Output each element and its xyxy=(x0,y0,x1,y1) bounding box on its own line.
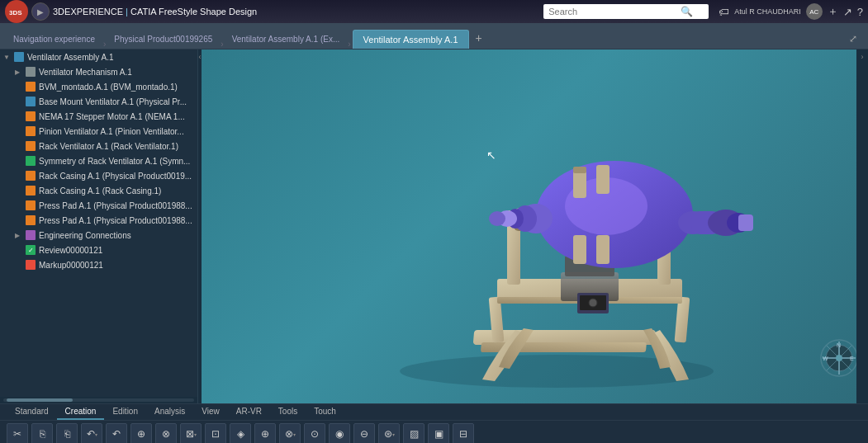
tree-item-12[interactable]: ▶Engineering Connections xyxy=(0,228,197,243)
avatar: AC xyxy=(806,3,823,20)
tree-icon-6 xyxy=(25,140,36,152)
tool-icon-1[interactable]: ⎘ xyxy=(31,423,53,443)
main-area: ▼Ventilator Assembly A.1▶Ventilator Mech… xyxy=(0,49,868,403)
tree-label-9: Rack Casing A.1 (Rack Casing.1) xyxy=(39,186,161,196)
tree-item-14[interactable]: Markup00000121 xyxy=(0,257,197,272)
toolbar-tab-view[interactable]: View xyxy=(193,404,228,420)
expand-icon-1[interactable]: ▶ xyxy=(15,68,21,76)
tree-icon-1 xyxy=(25,66,36,78)
play-button[interactable]: ▶ xyxy=(31,2,50,21)
tree-label-3: Base Mount Ventilator A.1 (Physical Pr..… xyxy=(39,97,187,106)
tree-label-4: NEMA 17 Stepper Motor A.1 (NEMA 1... xyxy=(39,112,185,121)
tree-item-10[interactable]: Press Pad A.1 (Physical Product001988... xyxy=(0,198,197,213)
expand-icon-0[interactable]: ▼ xyxy=(3,54,10,61)
svg-text:3DS: 3DS xyxy=(9,9,22,16)
tool-icon-17[interactable]: ▣ xyxy=(428,423,449,443)
toolbar-tab-analysis[interactable]: Analysis xyxy=(146,404,193,420)
svg-point-32 xyxy=(589,299,597,307)
tree-item-5[interactable]: Pinion Ventilator A.1 (Pinion Ventilator… xyxy=(0,124,197,139)
svg-rect-26 xyxy=(573,235,586,264)
tree-label-10: Press Pad A.1 (Physical Product001988... xyxy=(39,201,192,210)
tool-icon-5[interactable]: ⊕ xyxy=(130,423,152,443)
expand-icon-12[interactable]: ▶ xyxy=(15,232,21,239)
svg-rect-19 xyxy=(738,214,753,231)
tree-item-11[interactable]: Press Pad A.1 (Physical Product001988... xyxy=(0,213,197,228)
tree-label-6: Rack Ventilator A.1 (Rack Ventilator.1) xyxy=(39,142,178,151)
tree-label-0: Ventilator Assembly A.1 xyxy=(27,53,114,62)
svg-rect-25 xyxy=(573,169,586,198)
toolbar-tab-touch[interactable]: Touch xyxy=(306,404,344,420)
tool-icon-6[interactable]: ⊗ xyxy=(155,423,177,443)
left-scrollbar[interactable] xyxy=(0,397,197,403)
tree-container: ▼Ventilator Assembly A.1▶Ventilator Mech… xyxy=(0,49,197,272)
scrollbar-thumb[interactable] xyxy=(7,398,73,402)
tree-label-8: Rack Casing A.1 (Physical Product0019... xyxy=(39,172,192,181)
tree-item-13[interactable]: ✓Review00000121 xyxy=(0,243,197,257)
tool-icon-0[interactable]: ✂ xyxy=(7,423,28,443)
tree-item-3[interactable]: Base Mount Ventilator A.1 (Physical Pr..… xyxy=(0,94,197,109)
3ds-logo: 3DS xyxy=(5,0,28,23)
tree-icon-12 xyxy=(25,229,36,241)
tool-icon-15[interactable]: ⊛▾ xyxy=(378,423,400,443)
tree-item-2[interactable]: BVM_montado.A.1 (BVM_montado.1) xyxy=(0,79,197,94)
tool-icon-10[interactable]: ⊕ xyxy=(254,423,276,443)
tool-icon-16[interactable]: ▨ xyxy=(403,423,425,443)
tree-label-12: Engineering Connections xyxy=(39,231,131,240)
tree-item-6[interactable]: Rack Ventilator A.1 (Rack Ventilator.1) xyxy=(0,139,197,153)
tree-label-14: Markup00000121 xyxy=(39,261,103,270)
app-title: 3DEXPERIENCE | CATIA FreeStyle Shape Des… xyxy=(53,7,257,16)
tree-item-1[interactable]: ▶Ventilator Mechanism A.1 xyxy=(0,64,197,79)
tool-icon-7[interactable]: ⊠▾ xyxy=(180,423,202,443)
tree-item-7[interactable]: Symmetry of Rack Ventilator A.1 (Symn... xyxy=(0,153,197,168)
tool-icon-13[interactable]: ◉ xyxy=(329,423,350,443)
tool-icon-11[interactable]: ⊗▾ xyxy=(279,423,301,443)
help-icon[interactable]: ? xyxy=(857,6,863,18)
search-input[interactable] xyxy=(548,7,681,16)
toolbar-tab-standard[interactable]: Standard xyxy=(7,404,57,420)
tool-icon-8[interactable]: ⊡ xyxy=(205,423,226,443)
svg-rect-29 xyxy=(596,235,609,264)
tag-icon[interactable]: 🏷 xyxy=(719,6,729,18)
tool-icon-4[interactable]: ↶ xyxy=(106,423,127,443)
tab-ventilator-assembly[interactable]: Ventilator Assembly A.1 xyxy=(353,30,469,49)
toolbar-tab-tools[interactable]: Tools xyxy=(270,404,306,420)
nav-link-navigation[interactable]: Navigation experience xyxy=(7,30,102,49)
tool-icon-9[interactable]: ◈ xyxy=(230,423,251,443)
svg-point-24 xyxy=(489,211,505,226)
topbar: 3DS ▶ 3DEXPERIENCE | CATIA FreeStyle Sha… xyxy=(0,0,868,23)
toolbar-tab-creation[interactable]: Creation xyxy=(57,404,105,420)
tree-icon-11 xyxy=(25,214,36,226)
tree-label-7: Symmetry of Rack Ventilator A.1 (Symn... xyxy=(39,157,190,166)
tree-item-0[interactable]: ▼Ventilator Assembly A.1 xyxy=(0,49,197,64)
tree-label-1: Ventilator Mechanism A.1 xyxy=(39,68,132,77)
toolbar-icons-row: ✂⎘⎗↶▾↶⊕⊗⊠▾⊡◈⊕⊗▾⊙◉⊖⊛▾▨▣⊟ xyxy=(0,421,868,443)
svg-point-39 xyxy=(836,355,842,361)
toolbar-tab-edition[interactable]: Edition xyxy=(104,404,146,420)
tree-icon-5 xyxy=(25,125,36,137)
add-icon[interactable]: ＋ xyxy=(828,4,838,19)
tool-icon-3[interactable]: ↶▾ xyxy=(81,423,102,443)
nav-link-physical[interactable]: Physical Product00199265 xyxy=(107,30,219,49)
tree-item-9[interactable]: Rack Casing A.1 (Rack Casing.1) xyxy=(0,183,197,198)
left-panel-container: ▼Ventilator Assembly A.1▶Ventilator Mech… xyxy=(0,49,202,403)
tool-icon-14[interactable]: ⊖ xyxy=(353,423,375,443)
3d-viewport[interactable]: ↖ N E W › xyxy=(202,49,868,403)
tree-label-11: Press Pad A.1 (Physical Product001988... xyxy=(39,216,192,225)
tree-icon-2 xyxy=(25,81,36,92)
nav-link-assembly-ex[interactable]: Ventilator Assembly A.1 (Ex... xyxy=(225,30,347,49)
tree-item-8[interactable]: Rack Casing A.1 (Physical Product0019... xyxy=(0,168,197,183)
tool-icon-18[interactable]: ⊟ xyxy=(453,423,474,443)
tree-icon-9 xyxy=(25,185,36,196)
tree-icon-0 xyxy=(13,51,25,63)
share-icon[interactable]: ↗ xyxy=(843,6,852,18)
maximize-button[interactable]: ⤢ xyxy=(845,29,861,49)
toolbar-tab-ar-vr[interactable]: AR-VR xyxy=(228,404,270,420)
tool-icon-2[interactable]: ⎗ xyxy=(56,423,78,443)
right-panel-collapse[interactable]: › xyxy=(856,49,868,403)
3d-model-view xyxy=(202,49,868,403)
add-tab-button[interactable]: + xyxy=(471,27,487,49)
tree-icon-13: ✓ xyxy=(25,244,36,256)
tool-icon-12[interactable]: ⊙ xyxy=(304,423,325,443)
compass-widget[interactable]: N E W xyxy=(818,337,860,379)
tree-item-4[interactable]: NEMA 17 Stepper Motor A.1 (NEMA 1... xyxy=(0,109,197,124)
